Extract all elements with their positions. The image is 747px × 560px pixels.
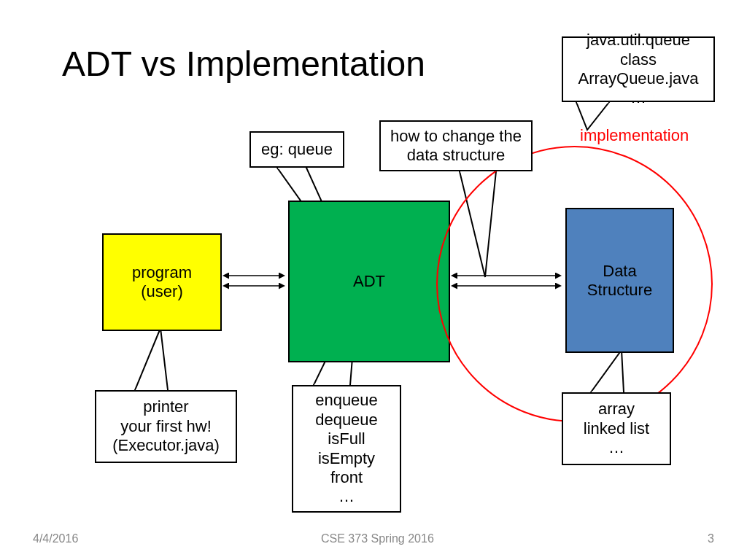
callout-line: isFull xyxy=(328,429,365,448)
callout-line: java.util.queue class xyxy=(569,31,708,69)
callout-adt-ops: enqueue dequeue isFull isEmpty front … xyxy=(292,385,401,513)
implementation-circle xyxy=(436,146,713,422)
callout-line: enqueue xyxy=(315,391,378,410)
slide-container: ADT vs Implementation java.util.queue cl… xyxy=(0,0,747,560)
box-label: ADT xyxy=(353,272,385,291)
callout-line: isEmpty xyxy=(318,449,375,468)
program-box: program (user) xyxy=(102,233,222,331)
callout-line: printer xyxy=(143,397,188,416)
implementation-label: implementation xyxy=(580,126,689,145)
box-label-line: program xyxy=(132,263,192,282)
slide-title: ADT vs Implementation xyxy=(62,44,425,84)
adt-box: ADT xyxy=(288,201,450,362)
callout-line: array xyxy=(598,400,635,419)
callout-line: … xyxy=(338,487,355,506)
svg-marker-10 xyxy=(135,328,168,390)
callout-printer: printer your first hw! (Executor.java) xyxy=(95,390,237,463)
callout-line: … xyxy=(630,88,646,107)
callout-line: front xyxy=(330,468,363,487)
box-label-line: (user) xyxy=(141,282,182,301)
footer-date: 4/4/2016 xyxy=(33,532,78,545)
callout-line: ArrayQueue.java xyxy=(578,69,698,88)
footer-course: CSE 373 Spring 2016 xyxy=(321,532,434,545)
callout-eg-queue: eg: queue xyxy=(249,131,344,168)
callout-line: (Executor.java) xyxy=(112,436,220,455)
footer-page: 3 xyxy=(708,532,714,545)
double-arrow-program-adt xyxy=(219,270,289,292)
callout-impl-classes: java.util.queue class ArrayQueue.java … xyxy=(562,36,715,102)
callout-line: how to change the xyxy=(390,127,522,146)
callout-line: … xyxy=(608,438,624,457)
callout-line: your first hw! xyxy=(120,417,212,436)
callout-tail-printer xyxy=(135,328,186,394)
callout-line: linked list xyxy=(584,419,649,438)
callout-line: dequeue xyxy=(315,411,378,429)
callout-how-change: how to change the data structure xyxy=(379,120,533,171)
callout-ds-examples: array linked list … xyxy=(562,392,671,465)
callout-line: data structure xyxy=(407,146,506,165)
